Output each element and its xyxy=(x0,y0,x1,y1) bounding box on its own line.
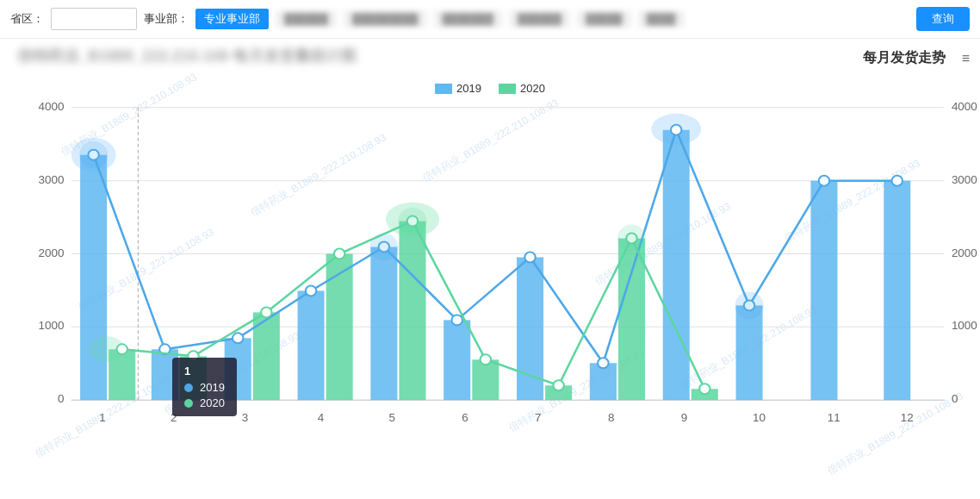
chart-tooltip: 1 2019 2020 xyxy=(172,358,237,416)
svg-point-78 xyxy=(398,208,426,235)
filter-tag-5[interactable]: █████ xyxy=(577,10,631,28)
svg-text:5: 5 xyxy=(388,411,394,424)
svg-text:3000: 3000 xyxy=(39,173,65,186)
svg-point-75 xyxy=(553,380,563,390)
filter-tag-4[interactable]: ██████ xyxy=(509,10,570,28)
main-content: 倍特药业_B1889_222.210.108.93 倍特药业_B1889_222… xyxy=(0,39,980,495)
svg-text:3000: 3000 xyxy=(952,173,977,186)
dept-tag[interactable]: 专业事业部 xyxy=(195,9,269,29)
filter-tag-3[interactable]: ███████ xyxy=(434,10,503,28)
svg-text:1: 1 xyxy=(99,411,105,424)
svg-rect-45 xyxy=(399,221,425,401)
svg-point-64 xyxy=(819,176,829,186)
tooltip-dot-2019 xyxy=(184,384,193,392)
svg-rect-33 xyxy=(370,247,397,401)
svg-point-68 xyxy=(735,291,764,319)
svg-point-62 xyxy=(671,125,681,135)
svg-text:6: 6 xyxy=(462,411,468,424)
query-button[interactable]: 查询 xyxy=(916,7,970,31)
svg-rect-48 xyxy=(618,239,645,401)
svg-text:12: 12 xyxy=(901,411,914,424)
svg-point-57 xyxy=(306,285,316,296)
svg-rect-40 xyxy=(884,181,910,401)
province-label: 省区： xyxy=(10,11,44,27)
svg-text:1000: 1000 xyxy=(39,320,65,333)
svg-text:1000: 1000 xyxy=(952,320,977,333)
svg-point-72 xyxy=(334,249,344,259)
svg-point-74 xyxy=(481,354,491,365)
svg-text:10: 10 xyxy=(753,411,766,424)
svg-rect-39 xyxy=(810,181,837,401)
svg-text:11: 11 xyxy=(828,411,840,424)
filter-tag-2[interactable]: █████████ xyxy=(344,10,427,28)
svg-point-71 xyxy=(261,307,271,317)
filter-tag-6[interactable]: ████ xyxy=(638,10,685,28)
svg-rect-34 xyxy=(443,320,470,400)
svg-point-69 xyxy=(117,344,127,354)
tooltip-dot-2020 xyxy=(184,399,193,408)
svg-point-61 xyxy=(598,358,608,368)
svg-text:4: 4 xyxy=(318,411,324,424)
svg-text:9: 9 xyxy=(681,411,687,424)
header-bar: 省区： 事业部： 专业事业部 ██████ █████████ ███████ … xyxy=(0,0,980,39)
svg-text:4000: 4000 xyxy=(39,100,65,113)
svg-text:2000: 2000 xyxy=(952,246,977,259)
svg-point-56 xyxy=(233,333,243,343)
svg-point-65 xyxy=(892,176,902,186)
svg-text:0: 0 xyxy=(952,392,958,405)
svg-rect-44 xyxy=(326,254,353,401)
tooltip-2019-row: 2019 xyxy=(184,381,225,394)
svg-point-60 xyxy=(524,253,535,263)
svg-rect-46 xyxy=(472,359,499,400)
svg-rect-29 xyxy=(80,155,107,400)
svg-text:2000: 2000 xyxy=(39,246,65,259)
svg-text:7: 7 xyxy=(535,411,541,424)
svg-text:3: 3 xyxy=(242,411,248,424)
tooltip-2019-label: 2019 xyxy=(200,381,225,394)
svg-point-77 xyxy=(699,384,710,394)
tooltip-month: 1 xyxy=(184,365,225,377)
tooltip-2020-label: 2020 xyxy=(200,396,225,409)
dept-label: 事业部： xyxy=(144,11,189,27)
svg-rect-38 xyxy=(736,305,763,400)
svg-point-59 xyxy=(452,315,462,325)
filter-tag-1[interactable]: ██████ xyxy=(276,10,337,28)
svg-text:4000: 4000 xyxy=(952,100,977,113)
bar-line-chart: 4000 3000 2000 1000 0 4000 3000 2000 100… xyxy=(0,39,980,495)
province-input[interactable] xyxy=(51,8,137,30)
svg-rect-32 xyxy=(298,290,325,400)
svg-text:0: 0 xyxy=(58,392,64,405)
tooltip-2020-row: 2020 xyxy=(184,396,225,409)
svg-text:8: 8 xyxy=(608,411,614,424)
svg-point-66 xyxy=(79,141,108,169)
svg-point-79 xyxy=(617,225,646,253)
svg-rect-37 xyxy=(663,130,690,400)
